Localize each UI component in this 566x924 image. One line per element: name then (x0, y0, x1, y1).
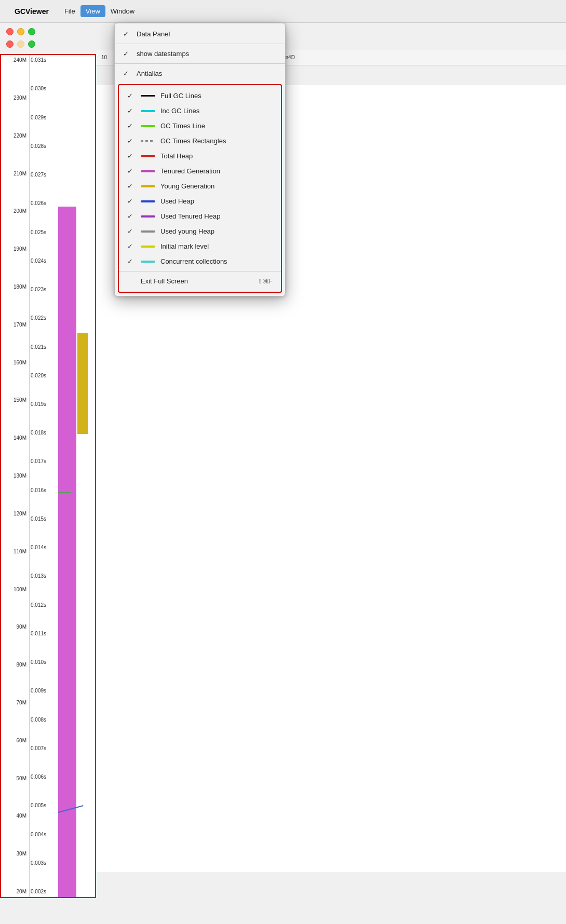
full-gc-label: Full GC Lines (160, 92, 201, 100)
menu-item-used-young[interactable]: ✓ Used young Heap (119, 224, 281, 239)
check-concurrent: ✓ (127, 257, 136, 265)
menu-chart-section: ✓ Full GC Lines ✓ Inc GC Lines ✓ GC Time… (118, 84, 282, 293)
check-antialias: ✓ (123, 70, 131, 77)
datestamps-label: show datestamps (137, 50, 189, 58)
gc-times-rect-label: GC Times Rectangles (160, 137, 226, 145)
time-label-1: 0.031s (31, 58, 55, 63)
menu-file[interactable]: File (59, 5, 80, 17)
minimize-button-2[interactable] (17, 40, 24, 48)
check-total-heap: ✓ (127, 152, 136, 160)
y-label-19: 60M (2, 738, 28, 743)
traffic-lights-row1 (6, 28, 35, 35)
time-label-21: 0.011s (31, 631, 55, 636)
menu-bar: GCViewer File View Window (0, 0, 566, 23)
main-window: 10 1m1Ds 1m2Ds 1m3Ds 1m4D 20M 30M 40M 50… (0, 23, 566, 924)
total-heap-color (141, 155, 155, 157)
menu-item-initial-mark[interactable]: ✓ Initial mark level (119, 239, 281, 254)
menu-item-tenured-gen[interactable]: ✓ Tenured Generation (119, 164, 281, 179)
time-label-10: 0.022s (31, 316, 55, 321)
menu-item-young-gen[interactable]: ✓ Young Generation (119, 179, 281, 194)
used-tenured-label: Used Tenured Heap (160, 212, 220, 220)
chart-bars (56, 55, 95, 897)
app-name: GCViewer (15, 7, 49, 16)
y-label-11: 140M (2, 436, 28, 441)
y-label-20: 50M (2, 776, 28, 781)
close-button[interactable] (6, 28, 14, 35)
time-label-13: 0.019s (31, 402, 55, 407)
check-full-gc: ✓ (127, 92, 136, 100)
menu-item-gc-times-rect[interactable]: ✓ GC Times Rectangles (119, 133, 281, 148)
gc-times-rect-color (141, 140, 155, 142)
menu-view[interactable]: View (80, 5, 105, 17)
menu-item-datestamps[interactable]: ✓ show datestamps (115, 46, 285, 61)
close-button-2[interactable] (6, 40, 14, 48)
check-data-panel: ✓ (123, 30, 131, 38)
menu-item-used-tenured[interactable]: ✓ Used Tenured Heap (119, 209, 281, 224)
y-label-9: 160M (2, 360, 28, 365)
minimize-button[interactable] (17, 28, 24, 35)
view-dropdown-menu: ✓ Data Panel ✓ show datestamps ✓ Antiali… (114, 23, 286, 296)
concurrent-label: Concurrent collections (160, 257, 227, 265)
gc-times-line-label: GC Times Line (160, 122, 205, 130)
time-label-25: 0.007s (31, 746, 55, 751)
check-young-gen: ✓ (127, 182, 136, 190)
y-label-3: 220M (2, 133, 28, 139)
inc-gc-color (141, 110, 155, 112)
time-label-29: 0.003s (31, 861, 55, 866)
y-label-13: 120M (2, 511, 28, 517)
check-used-heap: ✓ (127, 197, 136, 205)
maximize-button-2[interactable] (28, 40, 35, 48)
time-label-27: 0.005s (31, 803, 55, 808)
time-label-20: 0.012s (31, 603, 55, 608)
menu-window[interactable]: Window (105, 5, 140, 17)
menu-item-data-panel[interactable]: ✓ Data Panel (115, 26, 285, 42)
time-label-24: 0.008s (31, 717, 55, 723)
menu-item-total-heap[interactable]: ✓ Total Heap (119, 148, 281, 164)
y-label-1: 240M (2, 58, 28, 63)
time-label-12: 0.020s (31, 373, 55, 378)
y-label-4: 210M (2, 171, 28, 176)
menu-item-full-gc[interactable]: ✓ Full GC Lines (119, 88, 281, 103)
menu-item-concurrent[interactable]: ✓ Concurrent collections (119, 254, 281, 269)
check-tenured-gen: ✓ (127, 167, 136, 175)
concurrent-color (141, 261, 155, 263)
exit-fullscreen-label: Exit Full Screen (141, 277, 188, 285)
menu-item-inc-gc[interactable]: ✓ Inc GC Lines (119, 103, 281, 118)
menu-item-used-heap[interactable]: ✓ Used Heap (119, 194, 281, 209)
menu-item-gc-times-line[interactable]: ✓ GC Times Line (119, 118, 281, 133)
check-inc-gc: ✓ (127, 107, 136, 115)
used-heap-color (141, 200, 155, 202)
used-young-label: Used young Heap (160, 227, 214, 235)
time-label-30: 0.002s (31, 889, 55, 894)
gc-times-line-color (141, 125, 155, 127)
time-label-14: 0.018s (31, 430, 55, 436)
y-label-6: 190M (2, 247, 28, 252)
tenured-gen-color (141, 170, 155, 172)
y-label-23: 20M (2, 889, 28, 894)
traffic-lights-row2 (6, 40, 35, 48)
used-heap-label: Used Heap (160, 197, 194, 205)
y-label-21: 40M (2, 813, 28, 819)
y-label-15: 100M (2, 587, 28, 592)
time-label-2: 0.030s (31, 86, 55, 91)
menu-top-section: ✓ Data Panel ✓ show datestamps ✓ Antiali… (115, 23, 285, 84)
young-gen-label: Young Generation (160, 182, 214, 190)
divider-2 (115, 63, 285, 64)
used-young-color (141, 230, 155, 233)
menu-item-exit-fullscreen[interactable]: Exit Full Screen ⇧⌘F (119, 274, 281, 289)
purple-bar (58, 207, 76, 897)
y-label-22: 30M (2, 851, 28, 857)
menu-item-antialias[interactable]: ✓ Antialias (115, 66, 285, 81)
divider-3 (119, 271, 281, 271)
green-line (58, 492, 71, 493)
time-axis: 0.002s 0.003s 0.004s 0.005s 0.006s 0.007… (30, 55, 56, 897)
y-label-16: 90M (2, 624, 28, 630)
full-gc-color (141, 95, 155, 97)
time-label-22: 0.010s (31, 660, 55, 665)
y-label-2: 230M (2, 96, 28, 101)
time-label-26: 0.006s (31, 774, 55, 780)
time-label-18: 0.014s (31, 545, 55, 550)
check-used-tenured: ✓ (127, 212, 136, 220)
time-label-15: 0.017s (31, 459, 55, 464)
maximize-button[interactable] (28, 28, 35, 35)
